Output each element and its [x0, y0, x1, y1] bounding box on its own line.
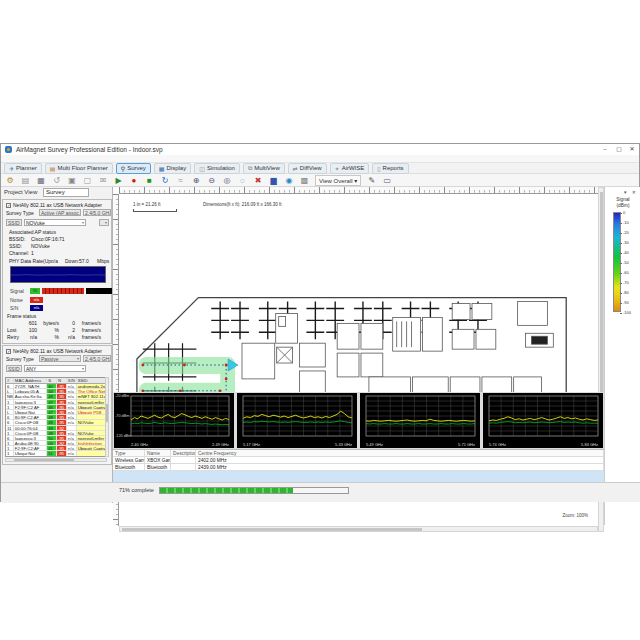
ap-cell-mac: F2:9F:C2:AF — [14, 405, 47, 409]
frame-cell: 2 — [61, 327, 77, 334]
wave-icon[interactable]: ≈ — [176, 175, 186, 186]
band-dropdown2[interactable]: 2.4/5.0 GHz — [83, 355, 111, 362]
refresh-icon[interactable]: ↻ — [160, 175, 170, 186]
ap-table-hscrollbar[interactable] — [5, 458, 107, 462]
ssid-browse-button[interactable] — [99, 219, 109, 226]
record-icon[interactable]: ● — [129, 175, 139, 186]
print-icon[interactable]: ▣ — [67, 175, 77, 186]
ap-cell-num: 1 — [6, 405, 14, 409]
view-dropdown[interactable]: View Overall ▾ — [315, 175, 361, 186]
ap-cell-sig: 48 — [47, 394, 57, 398]
save-icon[interactable]: ▦ — [36, 175, 46, 186]
ssid-dropdown[interactable]: NOVuke — [24, 219, 86, 226]
close-button[interactable]: ✕ — [626, 145, 638, 154]
trace-max — [366, 419, 475, 421]
tab-multi-floor-planner[interactable]: ▤Multi Floor Planner — [45, 163, 113, 174]
device-col-centre-frequency[interactable]: Centre Frequency — [196, 450, 604, 456]
device-row[interactable]: BluetoothBluetooth2439.00 MHz — [113, 464, 604, 471]
tab-airwise[interactable]: ✦AirWISE — [330, 163, 370, 174]
adapter1-checkbox[interactable]: ✓ — [6, 203, 11, 208]
monitor-icon[interactable]: ▭ — [382, 175, 392, 186]
ap-cell-sig: 48 — [47, 426, 57, 430]
open-project-icon[interactable]: ▤ — [21, 175, 31, 186]
zoom-out-icon[interactable]: ⊖ — [207, 175, 217, 186]
survey-mode-dropdown[interactable]: Active (AP assoc.) — [39, 209, 81, 216]
configure-icon[interactable]: ⚙ — [5, 175, 15, 186]
snr-row: S/N n/a — [10, 304, 43, 311]
project-view-select[interactable]: Survey — [43, 188, 89, 197]
legend-tick: -10 — [623, 221, 629, 225]
ssid-dropdown2[interactable]: ANY — [24, 365, 86, 372]
zoom-in-icon[interactable]: ⊕ — [191, 175, 201, 186]
maximize-button[interactable]: ▢ — [613, 145, 625, 154]
legend-collapse-icon[interactable]: ▾ — [624, 189, 629, 195]
ap-col-n[interactable]: N — [57, 378, 67, 383]
ap-scan-table: #MAC AddressSNS/NSSID62Y2R_NA7H40-95n/aa… — [5, 377, 107, 457]
tab-survey[interactable]: ⚲Survey — [116, 163, 151, 174]
locate-ap-icon[interactable]: ◎ — [222, 175, 232, 186]
device-col-description[interactable]: Description — [171, 450, 196, 456]
device-col-name[interactable]: Name — [145, 450, 171, 456]
undo-icon[interactable]: ↺ — [52, 175, 62, 186]
legend-tick: 0 — [623, 211, 625, 215]
annotate-icon[interactable]: ✎ — [367, 175, 377, 186]
chart-icon[interactable]: ▆ — [269, 175, 279, 186]
stop-icon[interactable]: ■ — [145, 175, 155, 186]
frame-cell: Retry — [7, 334, 23, 341]
ap-cell-noise: -95 — [57, 451, 67, 455]
play-icon[interactable]: ▶ — [114, 175, 124, 186]
ap-col-mac-address[interactable]: MAC Address — [14, 378, 47, 383]
survey-mode-dropdown2[interactable]: Passive — [39, 355, 81, 362]
bssid-label: BSSID: — [9, 236, 25, 242]
ap-cell-sig: 40 — [47, 384, 57, 388]
inspect-icon[interactable]: ◌ — [238, 175, 248, 186]
ap-col-ssid[interactable]: SSID — [77, 378, 106, 383]
ssid-mode-button[interactable]: SSID — [6, 219, 22, 226]
tab-display[interactable]: ▦Display — [154, 163, 191, 174]
ap-cell-snr: n/a — [67, 384, 77, 388]
frame-cell: frames/s — [77, 327, 103, 334]
adapter2-checkbox[interactable]: ✓ — [6, 349, 11, 354]
ap-cell-num: 1 — [6, 451, 14, 455]
chart-freq-start: 5.74 GHz — [489, 442, 506, 447]
ap-table-vscrollbar[interactable] — [105, 377, 109, 457]
mail-icon[interactable]: ✉ — [98, 175, 108, 186]
ap-cell-ssid: ngeroutLmfler — [77, 400, 106, 404]
globe-icon[interactable]: ◉ — [284, 175, 294, 186]
progress-fill — [160, 488, 293, 493]
tab-planner[interactable]: ✈Planner — [4, 163, 42, 174]
device-col-type[interactable]: Type — [113, 450, 145, 456]
ap-cell-noise: -95 — [57, 394, 67, 398]
trace-average — [489, 422, 598, 424]
frame-cell: % — [39, 327, 61, 334]
legend-close-icon[interactable]: ✕ — [632, 189, 638, 195]
tab-diffview[interactable]: ⇄DiffView — [288, 163, 327, 174]
ap-cell-ssid: mNET 802.11ax — [77, 394, 106, 398]
tab-multiview[interactable]: ⧉MultiView — [243, 163, 285, 174]
progress-bar — [159, 487, 349, 494]
legend-tick: -80 — [623, 291, 629, 295]
adapter2-label: NetAlly 802.11 ax USB Network Adapter — [13, 348, 102, 354]
ap-cell-mac: Cisco:0F:0B — [14, 420, 47, 424]
frame-cell: 601 — [23, 320, 39, 327]
ssid-mode-button2[interactable]: SSID — [6, 365, 22, 372]
ap-col-s[interactable]: S — [47, 378, 57, 383]
noise-chip: n/a — [30, 297, 43, 303]
device-cell — [171, 457, 196, 463]
page-icon[interactable]: ▢ — [83, 175, 93, 186]
tab-reports[interactable]: ▯Reports — [372, 163, 408, 174]
trace-max — [243, 411, 352, 418]
delete-icon[interactable]: ✖ — [253, 175, 263, 186]
ap-col-s-n[interactable]: S/N — [67, 378, 77, 383]
toolbar: ⚙▤▦↺▣▢✉▶●■↻≈⊕⊖◎◌✖▆◉▩View Overall ▾✎▭ — [1, 174, 639, 187]
tab-simulation[interactable]: ◫Simulation — [194, 163, 240, 174]
ap-cell-sig: 50 — [47, 436, 57, 440]
image-icon[interactable]: ▩ — [300, 175, 310, 186]
minimize-button[interactable]: – — [599, 145, 611, 154]
map-hscrollbar[interactable] — [119, 526, 598, 532]
ap-col-[interactable]: # — [6, 378, 14, 383]
band-dropdown[interactable]: 2.4/5.0 GHz — [83, 209, 111, 216]
phy-rate-label: PHY Data Rate(Up: — [9, 258, 53, 264]
device-row[interactable]: Wireless Game Cont...XBOX Game...2402.00… — [113, 457, 604, 464]
ap-cell-snr: n/a — [67, 436, 77, 440]
